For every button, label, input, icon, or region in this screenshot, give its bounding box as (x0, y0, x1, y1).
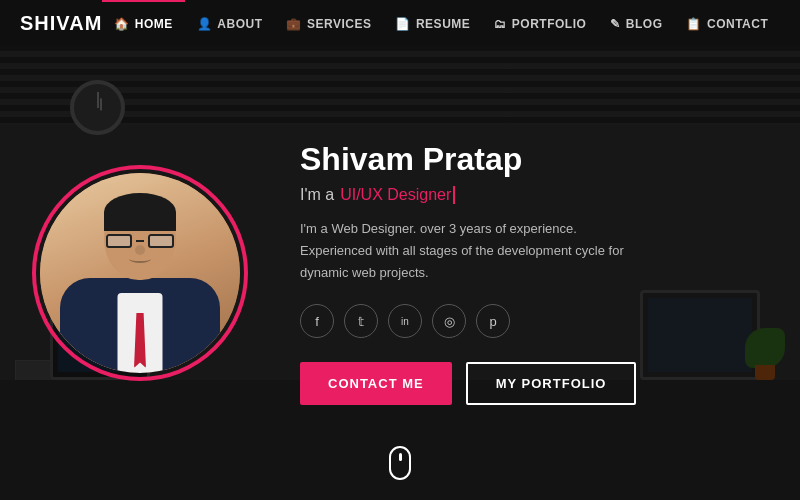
hero-container: Shivam Pratap I'm a UI/UX Designer I'm a… (40, 141, 760, 405)
social-linkedin[interactable]: in (388, 304, 422, 338)
contact-icon: 📋 (686, 17, 702, 31)
instagram-icon: ◎ (444, 314, 455, 329)
hero-description: I'm a Web Designer. over 3 years of expe… (300, 218, 640, 284)
nav-label-home: HOME (135, 17, 173, 31)
social-instagram[interactable]: ◎ (432, 304, 466, 338)
nav-item-resume[interactable]: 📄 RESUME (383, 0, 482, 46)
my-portfolio-button[interactable]: MY PORTFOLIO (466, 362, 637, 405)
pinterest-icon: p (489, 314, 496, 329)
home-icon: 🏠 (114, 17, 130, 31)
hero-buttons: CONTACT ME MY PORTFOLIO (300, 362, 760, 405)
nav-label-services: SERVICES (307, 17, 371, 31)
document-icon: 📄 (395, 17, 411, 31)
social-twitter[interactable]: 𝕥 (344, 304, 378, 338)
linkedin-icon: in (401, 316, 409, 327)
nav-item-about[interactable]: 👤 ABOUT (185, 0, 275, 46)
nav-item-portfolio[interactable]: 🗂 PORTFOLIO (482, 0, 598, 46)
nav-item-services[interactable]: 💼 SERVICES (274, 0, 383, 46)
person-icon: 👤 (197, 17, 213, 31)
hero-title-prefix: I'm a (300, 186, 334, 204)
contact-me-button[interactable]: CONTACT ME (300, 362, 452, 405)
hero-title-highlight: UI/UX Designer (340, 186, 455, 204)
hero-title: I'm a UI/UX Designer (300, 186, 760, 204)
nav-item-blog[interactable]: ✎ BLOG (598, 0, 674, 46)
profile-photo-wrapper (40, 173, 240, 373)
layers-icon: 🗂 (494, 17, 507, 31)
scroll-dot (399, 453, 402, 461)
main-content: Shivam Pratap I'm a UI/UX Designer I'm a… (0, 46, 800, 500)
nav-brand: SHIVAM (20, 12, 102, 35)
nav-label-blog: BLOG (626, 17, 663, 31)
profile-photo (40, 173, 240, 373)
facebook-icon: f (315, 314, 319, 329)
social-pinterest[interactable]: p (476, 304, 510, 338)
social-facebook[interactable]: f (300, 304, 334, 338)
hero-name: Shivam Pratap (300, 141, 760, 178)
nav-label-contact: CONTACT (707, 17, 768, 31)
social-icons: f 𝕥 in ◎ p (300, 304, 760, 338)
briefcase-icon: 💼 (286, 17, 302, 31)
twitter-icon: 𝕥 (358, 314, 364, 329)
nav-links: 🏠 HOME 👤 ABOUT 💼 SERVICES 📄 RESUME 🗂 POR… (102, 0, 780, 46)
nav-label-portfolio: PORTFOLIO (512, 17, 587, 31)
nav-item-contact[interactable]: 📋 CONTACT (674, 0, 780, 46)
nav-label-about: ABOUT (217, 17, 262, 31)
scroll-indicator (389, 446, 411, 480)
navbar: SHIVAM 🏠 HOME 👤 ABOUT 💼 SERVICES 📄 RESUM… (0, 0, 800, 46)
scroll-mouse (389, 446, 411, 480)
hero-text: Shivam Pratap I'm a UI/UX Designer I'm a… (300, 141, 760, 405)
nav-item-home[interactable]: 🏠 HOME (102, 0, 185, 46)
nav-label-resume: RESUME (416, 17, 470, 31)
blog-icon: ✎ (610, 17, 621, 31)
